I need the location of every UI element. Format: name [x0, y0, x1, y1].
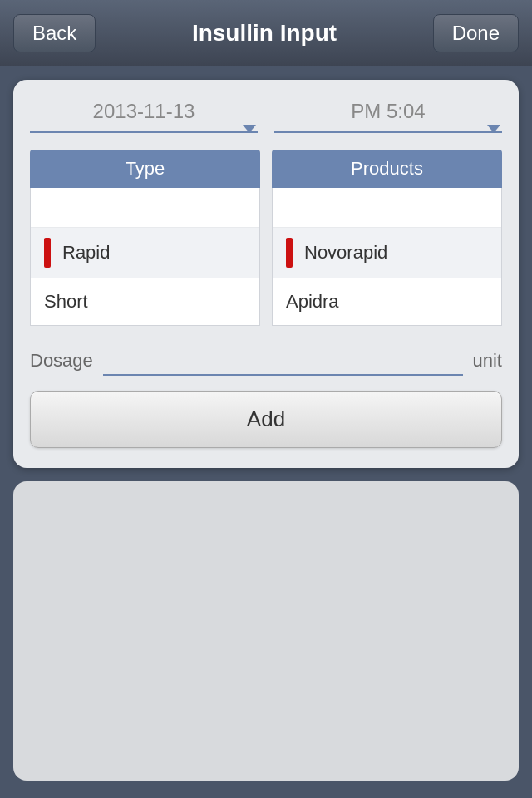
- date-value: 2013-11-13: [30, 100, 258, 126]
- dosage-input[interactable]: [103, 346, 463, 371]
- dosage-label: Dosage: [30, 350, 93, 372]
- time-field[interactable]: PM 5:04: [274, 100, 502, 133]
- products-novorapid-indicator: [286, 238, 293, 268]
- datetime-row: 2013-11-13 PM 5:04: [30, 100, 502, 133]
- page-title: Insullin Input: [96, 20, 432, 47]
- back-button[interactable]: Back: [13, 14, 96, 52]
- time-arrow-icon: [487, 125, 500, 133]
- type-picker-list: Rapid Short: [30, 188, 260, 326]
- dosage-row: Dosage unit: [30, 346, 502, 376]
- products-picker-header: Products: [272, 150, 502, 188]
- type-rapid-label: Rapid: [62, 242, 110, 264]
- add-button[interactable]: Add: [30, 391, 502, 448]
- type-item-short[interactable]: Short: [31, 278, 259, 325]
- type-short-label: Short: [44, 291, 88, 313]
- type-item-empty: [31, 188, 259, 228]
- done-button[interactable]: Done: [433, 14, 519, 52]
- products-item-novorapid[interactable]: Novorapid: [273, 228, 501, 278]
- nav-bar: Back Insullin Input Done: [0, 0, 532, 66]
- type-item-rapid[interactable]: Rapid: [31, 228, 259, 278]
- main-card: 2013-11-13 PM 5:04 Type Rapid Short: [13, 80, 519, 468]
- type-picker: Type Rapid Short: [30, 150, 260, 326]
- dosage-input-wrapper: [103, 346, 463, 376]
- products-novorapid-label: Novorapid: [304, 242, 387, 264]
- date-arrow-icon: [243, 125, 256, 133]
- products-item-apidra[interactable]: Apidra: [273, 278, 501, 325]
- products-picker: Products Novorapid Apidra: [272, 150, 502, 326]
- dosage-unit-label: unit: [473, 350, 502, 372]
- type-rapid-indicator: [44, 238, 51, 268]
- type-picker-header: Type: [30, 150, 260, 188]
- products-item-empty: [273, 188, 501, 228]
- bottom-area: [13, 481, 519, 781]
- time-value: PM 5:04: [274, 100, 502, 126]
- picker-section: Type Rapid Short Products Novorapid: [30, 150, 502, 326]
- products-picker-list: Novorapid Apidra: [272, 188, 502, 326]
- date-field[interactable]: 2013-11-13: [30, 100, 258, 133]
- products-apidra-label: Apidra: [286, 291, 339, 313]
